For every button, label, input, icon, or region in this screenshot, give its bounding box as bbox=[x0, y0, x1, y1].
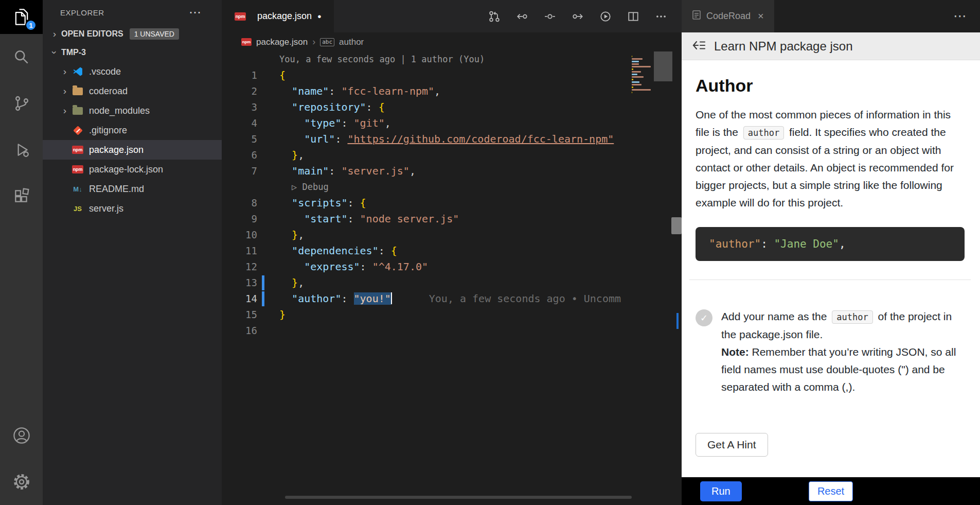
example-token: "author" bbox=[709, 238, 761, 250]
step-forward-icon[interactable] bbox=[572, 10, 584, 23]
code-line-15[interactable]: 15} bbox=[222, 307, 682, 323]
tree-item--gitignore[interactable]: .gitignore bbox=[43, 120, 222, 140]
npm-icon: npm bbox=[72, 146, 84, 154]
tree-item-coderoad[interactable]: ›coderoad bbox=[43, 81, 222, 101]
account-icon bbox=[12, 426, 31, 445]
more-actions-icon[interactable] bbox=[655, 10, 667, 23]
vertical-scrollbar[interactable] bbox=[654, 51, 682, 505]
example-token: "Jane Doe" bbox=[774, 238, 839, 250]
sidebar-item-extensions[interactable] bbox=[0, 173, 43, 219]
tree-item-server-js[interactable]: JSserver.js bbox=[43, 199, 222, 218]
token: "express" bbox=[304, 260, 360, 273]
line-number: 1 bbox=[222, 67, 257, 83]
back-to-lessons-icon[interactable] bbox=[692, 39, 706, 54]
tab-coderoad-label: CodeRoad bbox=[706, 11, 751, 22]
account-button[interactable] bbox=[0, 412, 43, 459]
token: , bbox=[298, 276, 304, 289]
reset-button[interactable]: Reset bbox=[809, 481, 853, 501]
code-line-10[interactable]: 10 }, bbox=[222, 227, 682, 243]
record-step-icon[interactable] bbox=[544, 10, 556, 23]
token: "node server.js" bbox=[360, 213, 459, 225]
token: } bbox=[292, 276, 298, 289]
minimap-line bbox=[632, 61, 639, 62]
get-hint-button[interactable]: Get A Hint bbox=[696, 433, 768, 457]
code-line-6[interactable]: 6 }, bbox=[222, 147, 682, 163]
sidebar-item-run-debug[interactable] bbox=[0, 127, 43, 173]
panel-more-actions-icon[interactable]: ⋯ bbox=[953, 0, 980, 32]
minimap-line bbox=[632, 92, 632, 93]
token: : bbox=[379, 245, 391, 257]
breadcrumb-symbol[interactable]: author bbox=[339, 37, 364, 47]
line-number: 15 bbox=[222, 307, 257, 323]
token: , bbox=[385, 117, 391, 129]
horizontal-scrollbar[interactable] bbox=[285, 496, 632, 499]
code-line-2[interactable]: 2 "name": "fcc-learn-npm", bbox=[222, 83, 682, 99]
codelens[interactable]: ▷ Debug bbox=[222, 179, 682, 195]
source-control-icon bbox=[13, 95, 30, 112]
sidebar-item-search[interactable] bbox=[0, 34, 43, 80]
explorer-more-actions-icon[interactable]: ⋯ bbox=[189, 5, 201, 20]
step-back-icon[interactable] bbox=[516, 10, 528, 23]
git-blame-annotation: You, a few seconds ago • Uncomm bbox=[429, 292, 621, 305]
tab-coderoad[interactable]: CodeRoad × bbox=[682, 0, 774, 32]
close-icon[interactable]: × bbox=[758, 10, 764, 22]
code-line-11[interactable]: 11 "dependencies": { bbox=[222, 243, 682, 259]
workspace-root-section[interactable]: › TMP-3 bbox=[43, 43, 222, 62]
code-line-16[interactable]: 16 bbox=[222, 323, 682, 339]
example-token: , bbox=[839, 238, 846, 250]
sidebar-item-source-control[interactable] bbox=[0, 80, 43, 127]
task-text: Add your name as the author of the proje… bbox=[721, 308, 965, 396]
line-number: 14 bbox=[222, 291, 257, 307]
code-line-5[interactable]: 5 "url": "https://github.com/coderoad/fc… bbox=[222, 131, 682, 147]
code-line-13[interactable]: 13 }, bbox=[222, 275, 682, 291]
vscode-window: 1 bbox=[0, 0, 980, 505]
codelens[interactable]: You, a few seconds ago | 1 author (You) bbox=[222, 51, 682, 67]
line-text: }, bbox=[257, 147, 304, 163]
tree-item-package-json[interactable]: npmpackage.json bbox=[43, 140, 222, 160]
minimap-line bbox=[632, 81, 639, 83]
minimap-line bbox=[632, 71, 641, 73]
code-editor[interactable]: You, a few seconds ago | 1 author (You)1… bbox=[222, 51, 682, 505]
activity-bar-bottom bbox=[0, 412, 43, 505]
tree-item-node-modules[interactable]: ›node_modules bbox=[43, 101, 222, 120]
minimap-line bbox=[632, 79, 633, 80]
tree-item-label: package.json bbox=[89, 145, 144, 155]
tree-item--vscode[interactable]: ›.vscode bbox=[43, 62, 222, 81]
code-line-4[interactable]: 4 "type": "git", bbox=[222, 115, 682, 131]
code-line-9[interactable]: 9 "start": "node server.js" bbox=[222, 211, 682, 227]
code-line-12[interactable]: 12 "express": "^4.17.0" bbox=[222, 259, 682, 275]
token: "main" bbox=[292, 165, 329, 177]
scrollbar-slider[interactable] bbox=[654, 51, 672, 81]
breadcrumb-file[interactable]: package.json bbox=[256, 37, 308, 47]
bold-text: Note: bbox=[721, 346, 749, 358]
line-number: 11 bbox=[222, 243, 257, 259]
open-editors-section[interactable]: › OPEN EDITORS 1 UNSAVED bbox=[43, 25, 222, 43]
line-text: "dependencies": { bbox=[257, 243, 397, 259]
token: { bbox=[391, 245, 397, 257]
explorer-header: EXPLORER ⋯ bbox=[43, 0, 222, 25]
code-line-8[interactable]: 8 "scripts": { bbox=[222, 195, 682, 211]
run-debug-icon bbox=[13, 141, 30, 159]
chevron-right-icon: › bbox=[58, 105, 72, 116]
pull-request-icon[interactable] bbox=[488, 10, 501, 23]
token: "repository" bbox=[292, 101, 366, 113]
code-line-3[interactable]: 3 "repository": { bbox=[222, 99, 682, 115]
code-line-7[interactable]: 7 "main": "server.js", bbox=[222, 163, 682, 179]
code-line-1[interactable]: 1{ bbox=[222, 67, 682, 83]
tab-package-json[interactable]: npm package.json ● bbox=[222, 0, 334, 32]
md-icon: M↓ bbox=[72, 185, 84, 193]
sidebar-item-explorer[interactable]: 1 bbox=[0, 0, 43, 34]
token: "name" bbox=[292, 85, 329, 97]
sash-handle[interactable] bbox=[671, 217, 682, 234]
modified-dot-icon[interactable]: ● bbox=[317, 12, 322, 20]
tree-item-readme-md[interactable]: M↓README.md bbox=[43, 179, 222, 199]
code-line-14[interactable]: 14 "author": "you!"You, a few seconds ag… bbox=[222, 291, 682, 307]
run-circle-icon[interactable] bbox=[599, 10, 612, 23]
run-button[interactable]: Run bbox=[700, 481, 742, 501]
tree-item-package-lock-json[interactable]: npmpackage-lock.json bbox=[43, 160, 222, 179]
split-editor-icon[interactable] bbox=[627, 10, 639, 23]
settings-button[interactable] bbox=[0, 459, 43, 505]
minimap[interactable] bbox=[632, 56, 652, 97]
tree-item-label: server.js bbox=[89, 203, 123, 214]
token bbox=[279, 229, 292, 241]
